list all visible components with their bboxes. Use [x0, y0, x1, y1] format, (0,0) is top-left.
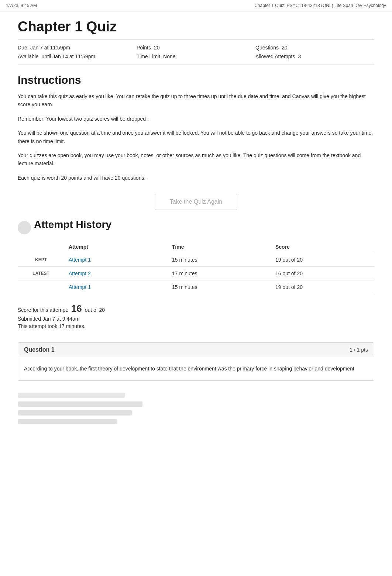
time-limit-value: None	[163, 54, 175, 59]
take-quiz-btn-wrap: Take the Quiz Again	[0, 194, 392, 210]
placeholder-line-2	[18, 401, 142, 407]
take-quiz-button[interactable]: Take the Quiz Again	[155, 194, 237, 210]
page-title: Chapter 1 Quiz	[0, 11, 392, 39]
meta-table: Due Jan 7 at 11:59pm Points 20 Questions…	[0, 39, 392, 65]
meta-allowed-attempts: Allowed Attempts 3	[255, 54, 374, 59]
attempt-history-section: Attempt History Attempt Time Score KEPT …	[0, 219, 392, 294]
score-suffix: out of 20	[85, 307, 105, 313]
question-pts: 1 / 1 pts	[350, 347, 368, 353]
attempt-history-icon	[18, 221, 31, 234]
question-header: Question 1 1 / 1 pts	[18, 343, 374, 357]
question-block: Question 1 1 / 1 pts According to your b…	[18, 342, 374, 380]
duration-line: This attempt took 17 minutes.	[18, 323, 374, 329]
placeholder-line-4	[18, 419, 117, 424]
meta-points: Points 20	[137, 45, 255, 51]
score-value: 16	[71, 303, 82, 314]
col-header-tag	[18, 241, 64, 253]
instruction-para-2: Remember: Your lowest two quiz scores wi…	[18, 115, 374, 123]
score-summary: Score for this attempt: 16 out of 20 Sub…	[0, 294, 392, 334]
meta-available: Available until Jan 14 at 11:59pm	[18, 54, 137, 59]
placeholder-line-1	[18, 393, 125, 398]
meta-time-limit: Time Limit None	[137, 54, 255, 59]
col-header-score: Score	[271, 241, 374, 253]
attempt-time: 15 minutes	[168, 280, 271, 294]
attempt-history-table: Attempt Time Score KEPT Attempt 1 15 min…	[18, 241, 374, 294]
attempt-time: 17 minutes	[168, 267, 271, 280]
submitted-line: Submitted Jan 7 at 9:44am	[18, 316, 374, 322]
table-row: Attempt 1 15 minutes 19 out of 20	[18, 280, 374, 294]
attempt-number[interactable]: Attempt 1	[64, 280, 168, 294]
attempt-link: Attempt 2	[69, 270, 91, 276]
available-value: until Jan 14 at 11:59pm	[42, 54, 96, 59]
question-text: According to your book, the first theory…	[24, 365, 368, 373]
attempt-link: Attempt 1	[69, 284, 91, 290]
attempt-tag: LATEST	[18, 267, 64, 280]
instruction-para-4: Your quizzes are open book, you may use …	[18, 151, 374, 168]
table-row: KEPT Attempt 1 15 minutes 19 out of 20	[18, 253, 374, 267]
attempt-score: 19 out of 20	[271, 253, 374, 267]
due-label: Due	[18, 45, 27, 51]
questions-value: 20	[282, 45, 288, 51]
points-value: 20	[154, 45, 160, 51]
allowed-attempts-label: Allowed Attempts	[255, 54, 295, 59]
top-bar: 1/7/23, 9:45 AM Chapter 1 Quiz: PSYC118-…	[0, 0, 392, 11]
attempt-tag: KEPT	[18, 253, 64, 267]
col-header-time: Time	[168, 241, 271, 253]
due-value: Jan 7 at 11:59pm	[30, 45, 70, 51]
instruction-para-5: Each quiz is worth 20 points and will ha…	[18, 174, 374, 182]
attempt-history-heading: Attempt History	[34, 219, 111, 231]
score-label: Score for this attempt:	[18, 307, 68, 313]
question-body: According to your book, the first theory…	[18, 357, 374, 380]
datetime: 1/7/23, 9:45 AM	[6, 3, 37, 8]
time-limit-label: Time Limit	[137, 54, 160, 59]
questions-label: Questions	[255, 45, 279, 51]
placeholder-line-3	[18, 410, 132, 415]
instruction-para-3: You will be shown one question at a time…	[18, 129, 374, 145]
attempt-link: Attempt 1	[69, 257, 91, 263]
allowed-attempts-value: 3	[298, 54, 301, 59]
col-header-attempt: Attempt	[64, 241, 168, 253]
meta-bottom-divider	[18, 65, 374, 65]
attempt-number[interactable]: Attempt 2	[64, 267, 168, 280]
available-label: Available	[18, 54, 39, 59]
attempt-time: 15 minutes	[168, 253, 271, 267]
meta-due: Due Jan 7 at 11:59pm	[18, 45, 137, 51]
attempt-number[interactable]: Attempt 1	[64, 253, 168, 267]
placeholder-lines	[0, 393, 392, 424]
instruction-para-1: You can take this quiz as early as you l…	[18, 92, 374, 109]
instructions-section: Instructions You can take this quiz as e…	[0, 74, 392, 182]
points-label: Points	[137, 45, 151, 51]
attempt-score: 19 out of 20	[271, 280, 374, 294]
attempt-score: 16 out of 20	[271, 267, 374, 280]
attempt-tag	[18, 280, 64, 294]
table-row: LATEST Attempt 2 17 minutes 16 out of 20	[18, 267, 374, 280]
meta-questions: Questions 20	[255, 45, 374, 51]
score-line: Score for this attempt: 16 out of 20	[18, 303, 374, 314]
question-title: Question 1	[24, 346, 55, 353]
instructions-heading: Instructions	[18, 74, 374, 86]
course-title: Chapter 1 Quiz: PSYC118-43218 (ONL) Life…	[254, 3, 386, 8]
